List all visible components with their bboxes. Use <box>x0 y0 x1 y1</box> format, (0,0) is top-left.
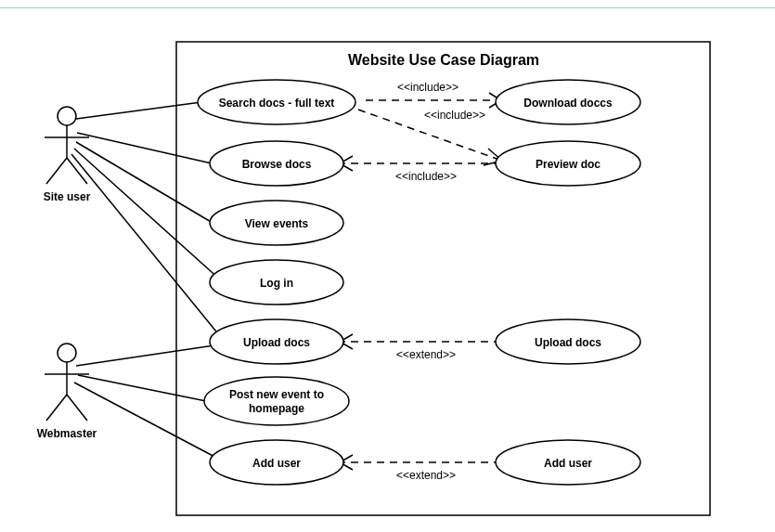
usecase-svg: Website Use Case Diagram Site user Webma… <box>0 0 775 532</box>
include-label: <<include>> <box>397 81 459 94</box>
usecase-upload-right: Upload docs <box>496 319 640 364</box>
usecase-viewevents: View events <box>210 201 343 245</box>
extend-label: <<extend>> <box>396 469 456 482</box>
top-separator <box>0 7 775 8</box>
usecase-search: Search docs - full text <box>198 80 355 124</box>
usecase-preview: Preview doc <box>496 141 640 186</box>
usecase-upload-label: Upload docs <box>243 336 310 349</box>
assoc-webmaster-postevent <box>78 375 206 401</box>
dep-search-preview: <<include>> <box>358 109 502 165</box>
usecase-postevent: Post new event to homepage <box>204 377 349 425</box>
usecase-adduser-right-label: Add user <box>544 457 592 470</box>
usecase-adduser: Add user <box>210 440 343 485</box>
usecase-postevent-label2: homepage <box>249 402 304 415</box>
include-label: <<include>> <box>395 170 457 183</box>
assoc-webmaster-adduser <box>74 383 220 460</box>
assoc-siteuser-search <box>76 102 201 119</box>
actor-webmaster: Webmaster <box>37 344 97 440</box>
usecase-search-label: Search docs - full text <box>219 97 335 110</box>
diagram-title: Website Use Case Diagram <box>348 52 539 68</box>
usecase-adduser-label: Add user <box>252 457 301 470</box>
usecase-download: Download doccs <box>496 80 640 124</box>
usecase-adduser-right: Add user <box>496 440 640 485</box>
actor-site-user-label: Site user <box>44 190 91 203</box>
usecase-postevent-label1: Post new event to <box>229 388 324 401</box>
usecase-upload-right-label: Upload docs <box>535 336 601 349</box>
actor-leg-right <box>67 395 87 421</box>
usecase-browse: Browse docs <box>210 141 343 186</box>
usecase-browse-label: Browse docs <box>242 158 312 171</box>
actor-leg-left <box>46 395 67 421</box>
actor-leg-left <box>46 158 67 184</box>
usecase-login-label: Log in <box>260 277 293 290</box>
usecase-download-label: Download doccs <box>523 97 613 110</box>
assoc-siteuser-browse <box>77 133 212 163</box>
svg-point-10 <box>204 377 349 425</box>
dep-adduser-extend: <<extend>> <box>340 455 501 482</box>
dep-search-download: <<include>> <box>366 81 501 108</box>
diagram-canvas: Website Use Case Diagram Site user Webma… <box>0 0 775 532</box>
include-label: <<include>> <box>424 109 485 122</box>
actor-site-user: Site user <box>44 107 91 203</box>
dep-upload-extend: <<extend>> <box>340 334 501 361</box>
actor-head-icon <box>58 107 76 125</box>
assoc-siteuser-upload <box>71 154 220 336</box>
usecase-upload: Upload docs <box>210 319 343 364</box>
usecase-viewevents-label: View events <box>245 217 309 230</box>
extend-label: <<extend>> <box>396 348 456 361</box>
actor-head-icon <box>58 344 76 362</box>
usecase-login: Log in <box>210 260 343 305</box>
assoc-webmaster-upload <box>76 345 214 366</box>
actor-webmaster-label: Webmaster <box>37 427 97 440</box>
dep-browse-preview: <<include>> <box>340 156 501 183</box>
usecase-preview-label: Preview doc <box>536 158 601 171</box>
